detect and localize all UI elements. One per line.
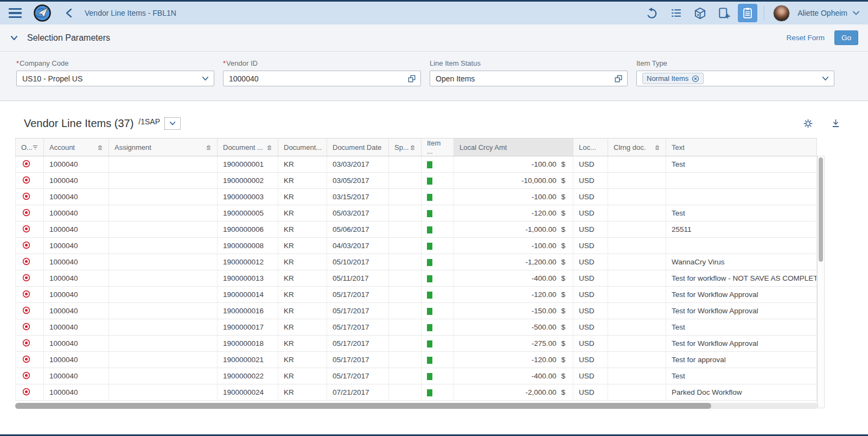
product-cube-button[interactable] (690, 4, 710, 22)
variant-select-button[interactable] (164, 117, 181, 130)
document-type-cell: KR (278, 222, 327, 238)
column-header-account[interactable]: Account (44, 138, 109, 156)
special-gl-cell (389, 173, 422, 189)
table-row[interactable]: 10000401900000014KR05/17/2017-120.00$USD… (16, 287, 817, 303)
status-cell (16, 336, 44, 352)
vendor-id-input[interactable]: 1000040 (223, 71, 421, 86)
column-header-item_status[interactable]: Item ... (422, 138, 454, 156)
company-code-field: *Company Code US10 - Propel US (16, 59, 214, 86)
status-cell (16, 156, 44, 173)
user-menu-chevron-down-icon[interactable] (852, 9, 860, 17)
account-cell: 1000040 (44, 222, 109, 238)
company-code-select[interactable]: US10 - Propel US (16, 71, 214, 86)
export-download-button[interactable] (829, 117, 842, 130)
column-header-document_type[interactable]: Document... (278, 138, 327, 156)
column-header-document_date[interactable]: Document Date (327, 138, 389, 156)
column-label: Loc... (579, 143, 596, 151)
item-status-green-icon (427, 210, 432, 217)
horizontal-scrollbar-thumb[interactable] (15, 403, 711, 409)
back-button[interactable] (62, 5, 76, 21)
item-status-green-icon (427, 308, 432, 315)
document-date-cell: 03/15/2017 (327, 189, 389, 205)
clearing-doc-cell (608, 173, 666, 189)
table-row[interactable]: 10000401900000001KR03/03/2017-100.00$USD… (16, 156, 817, 173)
column-header-text[interactable]: Text (666, 138, 817, 156)
line-item-status-input[interactable]: Open Items (430, 71, 628, 86)
local-currency-cell: USD (573, 303, 608, 319)
value-help-icon[interactable] (614, 74, 623, 83)
document-number-cell: 1900000016 (218, 303, 278, 319)
filter-bar: Selection Parameters Reset Form Go *Comp… (0, 24, 868, 101)
vertical-scrollbar[interactable] (817, 156, 825, 408)
table-header-row: O...AccountAssignmentDocument ...Documen… (16, 138, 817, 156)
table-row[interactable]: 10000401900000013KR05/11/2017-400.00$USD… (16, 270, 817, 287)
column-header-clearing_doc[interactable]: Clrng doc. (608, 138, 666, 156)
column-header-local_crcy_amt[interactable]: Local Crcy Amt (454, 138, 573, 156)
reset-form-link[interactable]: Reset Form (786, 34, 825, 42)
undo-button[interactable] (642, 4, 662, 22)
table-settings-button[interactable] (802, 117, 814, 130)
table-row[interactable]: 10000401900000018KR05/17/2017-275.00$USD… (16, 336, 817, 352)
table-row[interactable]: 10000401900000024KR07/21/2017-2,000.00$U… (16, 384, 817, 401)
vertical-scrollbar-thumb[interactable] (819, 157, 823, 262)
menu-button[interactable] (7, 6, 24, 20)
table-row[interactable]: 10000401900000017KR05/17/2017-500.00$USD… (16, 319, 817, 336)
special-gl-cell (389, 254, 422, 270)
table-row[interactable]: 10000401900000003KR03/15/2017-100.00$USD (16, 189, 817, 205)
company-code-label: *Company Code (16, 59, 214, 67)
user-avatar[interactable] (773, 5, 790, 22)
document-date-cell: 05/06/2017 (327, 222, 389, 238)
sort-icon (97, 144, 103, 150)
open-item-icon (22, 160, 30, 168)
column-header-local_currency[interactable]: Loc... (573, 138, 608, 156)
value-help-icon[interactable] (407, 74, 416, 83)
item-status-cell (422, 205, 454, 222)
text-cell: 25511 (666, 222, 817, 238)
document-date-cell: 05/17/2017 (327, 319, 389, 336)
go-button[interactable]: Go (834, 30, 858, 45)
column-label: Assignment (114, 143, 151, 151)
document-type-cell: KR (278, 270, 327, 287)
document-number-cell: 1900000001 (218, 156, 278, 173)
user-name[interactable]: Aliette Opheim (797, 9, 847, 17)
column-header-status[interactable]: O... (16, 138, 44, 156)
special-gl-cell (389, 156, 422, 173)
text-cell: Test for Workflow Approval (666, 336, 817, 352)
amount-cell: -120.00$ (454, 287, 573, 303)
column-header-assignment[interactable]: Assignment (109, 138, 218, 156)
amount-value: -10,000.00 (521, 176, 557, 185)
item-type-token[interactable]: Normal Items (642, 73, 704, 84)
download-icon (831, 118, 841, 129)
table-row[interactable]: 10000401900000002KR03/05/2017-10,000.00$… (16, 173, 817, 189)
open-item-icon (22, 371, 30, 380)
item-type-field: Item Type Normal Items (636, 59, 834, 86)
table-row[interactable]: 10000401900000016KR05/17/2017-150.00$USD… (16, 303, 817, 319)
collapse-filters-button[interactable] (9, 33, 20, 43)
open-item-icon (22, 306, 30, 314)
table-row[interactable]: 10000401900000021KR05/17/2017-120.00$USD… (16, 352, 817, 368)
token-remove-icon[interactable] (692, 75, 699, 83)
clipboard-button[interactable] (738, 4, 757, 22)
amount-value: -120.00 (532, 209, 557, 217)
currency-symbol: $ (561, 356, 565, 364)
document-number-cell: 1900000022 (218, 368, 278, 384)
item-type-multiselect[interactable]: Normal Items (636, 71, 834, 86)
text-cell: Test for Workflow Approval (666, 287, 817, 303)
table-row[interactable]: 10000401900000006KR05/06/2017-1,000.00$U… (16, 222, 817, 238)
horizontal-scrollbar[interactable] (15, 403, 819, 409)
column-header-special_gl[interactable]: Sp... (389, 138, 422, 156)
item-status-cell (422, 352, 454, 368)
table-row[interactable]: 10000401900000005KR05/03/2017-120.00$USD… (16, 205, 817, 222)
table-row[interactable]: 10000401900000022KR05/17/2017-400.00$USD… (16, 368, 817, 384)
table-row[interactable]: 10000401900000012KR05/10/2017-1,200.00$U… (16, 254, 817, 270)
account-cell: 1000040 (44, 173, 109, 189)
app-logo[interactable] (33, 3, 52, 23)
column-header-document_number[interactable]: Document ... (218, 138, 278, 156)
table-row[interactable]: 10000401900000008KR04/03/2017-100.00$USD (16, 238, 817, 254)
assignment-cell (109, 384, 218, 401)
create-document-button[interactable] (714, 4, 733, 22)
list-button[interactable] (666, 4, 686, 22)
special-gl-cell (389, 189, 422, 205)
chevron-down-icon (821, 74, 829, 83)
amount-value: -120.00 (532, 290, 557, 299)
